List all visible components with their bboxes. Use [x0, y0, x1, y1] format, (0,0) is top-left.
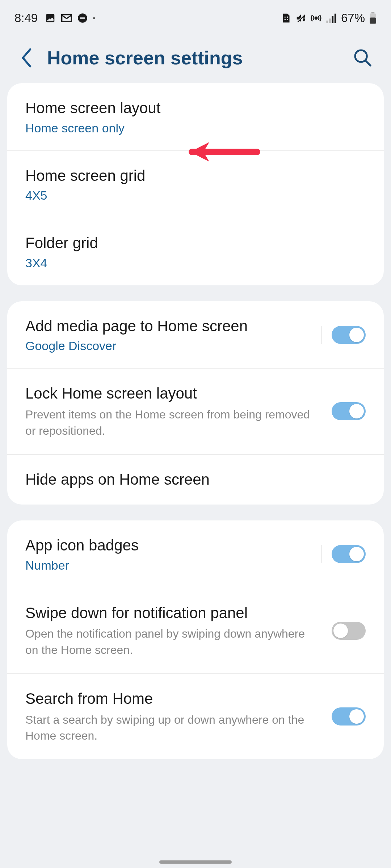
sim-icon — [281, 13, 291, 24]
dot-icon: • — [93, 14, 95, 22]
annotation-arrow — [188, 137, 264, 168]
header: Home screen settings — [0, 36, 391, 83]
setting-search-from-home[interactable]: Search from Home Start a search by swipi… — [7, 674, 384, 759]
svg-point-4 — [287, 17, 288, 18]
svg-line-18 — [366, 61, 370, 65]
setting-media-page[interactable]: Add media page to Home screen Google Dis… — [7, 301, 384, 369]
svg-rect-11 — [329, 18, 331, 23]
mute-icon — [295, 13, 306, 24]
svg-point-5 — [284, 19, 286, 20]
toggle-app-icon-badges[interactable] — [332, 545, 366, 563]
setting-title: Search from Home — [25, 689, 315, 709]
toggle-lock-layout[interactable] — [332, 402, 366, 420]
svg-point-9 — [315, 17, 317, 19]
setting-description: Open the notification panel by swiping d… — [25, 626, 315, 658]
toggle-search-from-home[interactable] — [332, 707, 366, 726]
battery-percent: 67% — [341, 11, 365, 25]
setting-subtitle: 4X5 — [25, 188, 366, 203]
search-button[interactable] — [353, 48, 373, 68]
page-title: Home screen settings — [47, 47, 342, 69]
setting-title: Swipe down for notification panel — [25, 603, 315, 623]
status-time: 8:49 — [14, 11, 38, 25]
svg-rect-12 — [332, 16, 333, 23]
setting-description: Prevent items on the Home screen from be… — [25, 407, 315, 439]
dnd-icon — [77, 13, 88, 23]
setting-subtitle: Number — [25, 558, 315, 573]
gesture-bar[interactable] — [159, 860, 232, 864]
gmail-icon — [61, 13, 72, 23]
setting-app-icon-badges[interactable]: App icon badges Number — [7, 520, 384, 588]
status-left: 8:49 • — [14, 11, 95, 25]
battery-icon — [369, 12, 377, 24]
toggle-media-page[interactable] — [332, 326, 366, 344]
settings-group-3: App icon badges Number Swipe down for no… — [7, 520, 384, 759]
setting-title: Hide apps on Home screen — [25, 470, 366, 490]
setting-subtitle: Google Discover — [25, 339, 315, 353]
setting-subtitle: 3X4 — [25, 256, 366, 270]
hotspot-icon — [311, 13, 321, 24]
svg-rect-10 — [326, 21, 328, 23]
status-right: 67% — [281, 11, 377, 25]
svg-rect-16 — [370, 18, 376, 24]
svg-point-6 — [287, 19, 288, 20]
settings-group-1: Home screen layout Home screen only Home… — [7, 83, 384, 285]
setting-description: Start a search by swiping up or down any… — [25, 712, 315, 744]
settings-group-2: Add media page to Home screen Google Dis… — [7, 301, 384, 505]
setting-swipe-notification[interactable]: Swipe down for notification panel Open t… — [7, 588, 384, 674]
status-bar: 8:49 • 67% — [0, 0, 391, 36]
setting-title: Home screen layout — [25, 98, 366, 118]
setting-folder-grid[interactable]: Folder grid 3X4 — [7, 218, 384, 285]
svg-rect-0 — [46, 14, 55, 22]
back-button[interactable] — [18, 49, 36, 67]
svg-rect-14 — [371, 12, 375, 13]
signal-icon — [326, 13, 337, 23]
setting-title: Lock Home screen layout — [25, 384, 315, 404]
svg-rect-2 — [80, 17, 85, 19]
setting-title: Add media page to Home screen — [25, 316, 315, 336]
setting-title: Folder grid — [25, 233, 366, 253]
image-icon — [45, 13, 56, 24]
svg-point-3 — [284, 17, 286, 18]
setting-title: App icon badges — [25, 536, 315, 556]
setting-hide-apps[interactable]: Hide apps on Home screen — [7, 455, 384, 505]
setting-title: Home screen grid — [25, 166, 366, 186]
setting-subtitle: Home screen only — [25, 121, 366, 135]
svg-rect-13 — [335, 14, 336, 23]
toggle-swipe-notification[interactable] — [332, 622, 366, 640]
setting-lock-layout[interactable]: Lock Home screen layout Prevent items on… — [7, 369, 384, 454]
